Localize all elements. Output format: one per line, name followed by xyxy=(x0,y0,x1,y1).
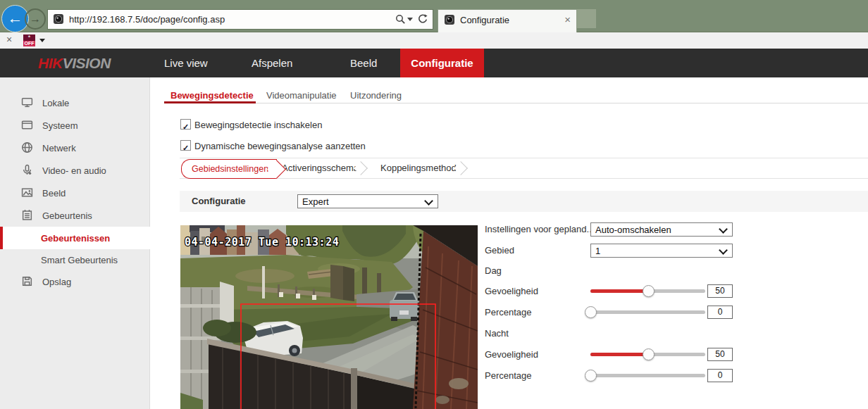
area-select[interactable]: 1 xyxy=(590,244,733,258)
sidebar-item-netwerk[interactable]: Netwerk xyxy=(0,137,150,159)
tab-bewegingsdetectie[interactable]: Bewegingsdetectie xyxy=(170,89,254,102)
slider-thumb[interactable] xyxy=(585,306,597,318)
slider-thumb[interactable] xyxy=(643,348,655,360)
flash-off-icon[interactable]: * OFF xyxy=(23,34,35,46)
nav-configuratie[interactable]: Configuratie xyxy=(400,49,484,77)
browser-tab[interactable]: Configuratie × xyxy=(438,9,577,32)
tab-title: Configuratie xyxy=(460,15,509,25)
refresh-icon[interactable] xyxy=(417,13,428,27)
area-label: Gebied xyxy=(485,245,514,256)
day-percentage-value[interactable]: 0 xyxy=(707,306,733,319)
window-icon xyxy=(21,119,33,134)
browser-chrome: ← → http://192.168.7.5/doc/page/config.a… xyxy=(0,0,868,32)
camera-scene xyxy=(180,225,478,409)
subtab-strip: Gebiedsinstellingen Activeringsschema Ko… xyxy=(180,158,868,179)
tab-close-icon[interactable]: × xyxy=(564,13,571,25)
night-percentage-slider[interactable] xyxy=(590,374,705,377)
configuration-select-value: Expert xyxy=(302,196,329,207)
nav-afspelen[interactable]: Afspelen xyxy=(252,49,292,77)
hikvision-logo: HIKVISION xyxy=(38,55,111,72)
globe-icon xyxy=(21,141,33,156)
check-icon: ✓ xyxy=(182,122,189,131)
night-heading: Nacht xyxy=(485,328,509,339)
day-sensitivity-value[interactable]: 50 xyxy=(707,284,733,298)
slider-track[interactable] xyxy=(590,310,705,314)
day-heading: Dag xyxy=(485,265,502,276)
camera-timestamp: 04-04-2017 Tue 10:13:24 xyxy=(185,236,339,248)
subtab-koppelingsmethode[interactable]: Koppelingsmethode xyxy=(380,158,461,178)
tab-uitzondering[interactable]: Uitzondering xyxy=(350,89,402,102)
camera-favicon-icon xyxy=(444,14,455,28)
sidebar-item-gebeurtenissen[interactable]: Gebeurtenissen xyxy=(0,227,150,249)
motion-enable-label: Bewegingsdetectie inschakelen xyxy=(194,120,322,130)
slider-track[interactable] xyxy=(590,374,705,377)
night-percentage-value[interactable]: 0 xyxy=(707,369,733,382)
chevron-down-icon xyxy=(719,225,728,234)
flash-off-label: OFF xyxy=(23,41,35,46)
sidebar-item-systeem[interactable]: Systeem xyxy=(0,114,150,137)
page: ← → http://192.168.7.5/doc/page/config.a… xyxy=(0,0,868,409)
image-icon xyxy=(21,187,33,201)
toolbar-close-icon[interactable]: × xyxy=(6,34,12,45)
secondary-toolbar: × * OFF xyxy=(0,32,868,49)
slider-thumb[interactable] xyxy=(585,370,597,382)
sidebar-item-video-audio[interactable]: Video- en audio xyxy=(0,159,150,182)
scheduled-image-select-value: Auto-omschakelen xyxy=(595,225,671,235)
search-icon[interactable] xyxy=(395,14,406,27)
sidebar-item-beeld[interactable]: Beeld xyxy=(0,182,150,204)
dynamic-analysis-checkbox[interactable]: ✓ xyxy=(180,140,191,151)
subtab-gebiedsinstellingen[interactable]: Gebiedsinstellingen xyxy=(181,159,277,179)
motion-enable-checkbox[interactable]: ✓ xyxy=(180,119,191,130)
flash-star-icon: * xyxy=(23,34,35,41)
event-note-icon xyxy=(21,209,33,224)
day-percentage-slider[interactable] xyxy=(590,310,705,314)
night-sensitivity-label: Gevoeligheid xyxy=(485,349,538,360)
day-percentage-label: Percentage xyxy=(485,307,532,317)
logo-vision: VISION xyxy=(63,55,111,71)
toolbar-caret-icon[interactable] xyxy=(39,39,45,42)
logo-hik: HIK xyxy=(38,55,63,71)
area-select-value: 1 xyxy=(595,246,600,256)
configuration-select[interactable]: Expert xyxy=(297,194,438,208)
microphone-icon xyxy=(21,164,33,179)
scheduled-image-label: Instellingen voor gepland... xyxy=(485,224,594,234)
sidebar-item-gebeurtenis[interactable]: Gebeurtenis xyxy=(0,204,150,227)
check-icon: ✓ xyxy=(182,144,189,152)
slider-fill xyxy=(590,289,648,293)
tab-videomanipulatie[interactable]: Videomanipulatie xyxy=(266,89,337,102)
configuration-band xyxy=(180,191,868,212)
sidebar-item-lokale[interactable]: Lokale xyxy=(0,92,150,114)
sidebar-item-opslag[interactable]: Opslag xyxy=(0,270,150,293)
address-bar[interactable]: http://192.168.7.5/doc/page/config.asp xyxy=(47,9,433,30)
day-sensitivity-slider[interactable] xyxy=(590,289,705,293)
slider-fill xyxy=(590,353,648,356)
sidebar: Lokale Systeem Netwerk Video- en audio B… xyxy=(0,77,150,409)
day-sensitivity-label: Gevoeligheid xyxy=(485,286,538,296)
new-tab-button[interactable] xyxy=(577,9,596,28)
chevron-down-icon xyxy=(719,246,728,255)
camera-favicon-icon xyxy=(53,13,64,27)
camera-image: 04-04-2017 Tue 10:13:24 xyxy=(180,225,478,409)
chevron-down-icon xyxy=(424,196,433,206)
url-text[interactable]: http://192.168.7.5/doc/page/config.asp xyxy=(69,14,225,25)
scheduled-image-select[interactable]: Auto-omschakelen xyxy=(590,222,733,237)
night-percentage-label: Percentage xyxy=(485,370,532,381)
forward-button[interactable]: → xyxy=(25,8,46,30)
search-caret-icon[interactable] xyxy=(407,18,413,21)
forward-icon: → xyxy=(30,13,41,25)
slider-thumb[interactable] xyxy=(643,285,655,297)
nav-beeld[interactable]: Beeld xyxy=(350,49,377,77)
sidebar-item-smart-gebeurtenis[interactable]: Smart Gebeurtenis xyxy=(0,248,150,271)
dynamic-analysis-label: Dynamische bewegingsanalyse aanzetten xyxy=(194,141,366,151)
app-header: HIKVISION Live view Afspelen Beeld Confi… xyxy=(0,49,868,77)
back-icon: ← xyxy=(8,9,23,27)
nav-live-view[interactable]: Live view xyxy=(164,49,208,77)
subtab-activeringsschema[interactable]: Activeringsschema xyxy=(282,158,359,178)
night-sensitivity-slider[interactable] xyxy=(590,353,705,356)
storage-icon xyxy=(21,275,33,290)
configuration-label: Configuratie xyxy=(192,196,246,206)
monitor-icon xyxy=(21,96,33,111)
active-tab-underline xyxy=(164,101,256,103)
camera-preview[interactable]: 04-04-2017 Tue 10:13:24 xyxy=(180,225,478,409)
night-sensitivity-value[interactable]: 50 xyxy=(707,348,733,361)
